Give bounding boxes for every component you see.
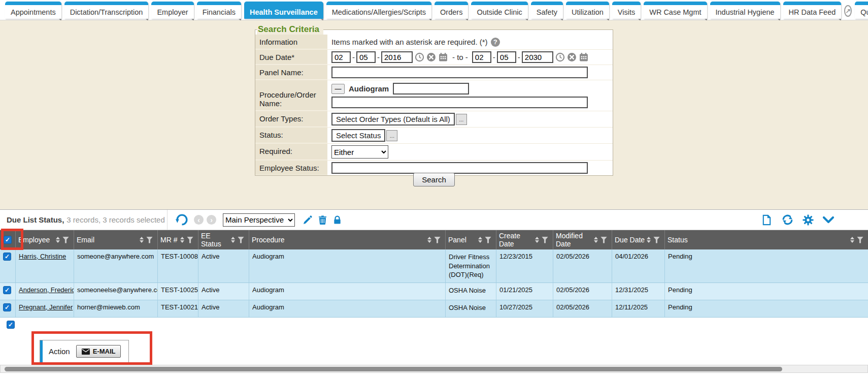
filter-funnel-icon[interactable] bbox=[187, 237, 193, 243]
settings-gear-icon[interactable] bbox=[803, 214, 814, 226]
column-header-mr[interactable]: MR # bbox=[157, 230, 198, 249]
panel-name-input[interactable] bbox=[331, 67, 588, 78]
employee-status-input[interactable] bbox=[331, 162, 588, 174]
tab-visits[interactable]: Visits bbox=[612, 2, 641, 19]
due-date-to-year-input[interactable] bbox=[522, 51, 553, 63]
sort-icon[interactable] bbox=[647, 237, 651, 243]
sort-icon[interactable] bbox=[478, 237, 482, 243]
chevron-down-icon[interactable] bbox=[822, 215, 834, 225]
cell-status: Pending bbox=[664, 283, 868, 300]
tab-medications-allergies-scripts[interactable]: Medications/Allergies/Scripts bbox=[326, 2, 431, 19]
tab-financials[interactable]: Financials bbox=[197, 2, 241, 19]
sort-icon[interactable] bbox=[427, 237, 431, 243]
tab-wr-case-mgmt[interactable]: WR Case Mgmt bbox=[644, 2, 707, 19]
clock-icon[interactable] bbox=[415, 52, 424, 62]
due-date-from-month-input[interactable] bbox=[331, 51, 351, 63]
sort-icon[interactable] bbox=[180, 237, 184, 243]
previous-icon[interactable]: ‹ bbox=[194, 215, 204, 225]
status-value[interactable]: Select Status bbox=[331, 129, 385, 142]
required-select[interactable]: Either bbox=[331, 145, 388, 159]
tab-orders[interactable]: Orders bbox=[435, 2, 468, 19]
remove-procedure-button[interactable]: — bbox=[331, 84, 345, 94]
due-date-to-month-input[interactable] bbox=[472, 51, 491, 63]
row-checkbox[interactable]: ✓ bbox=[3, 303, 11, 311]
column-header-modified_date[interactable]: Modified Date bbox=[553, 230, 612, 249]
due-date-from-year-input[interactable] bbox=[381, 51, 413, 63]
tab-utilization[interactable]: Utilization bbox=[566, 2, 609, 19]
clock-icon[interactable] bbox=[555, 52, 565, 62]
column-header-procedure[interactable]: Procedure bbox=[249, 230, 445, 249]
undo-icon[interactable] bbox=[176, 213, 188, 226]
refresh-icon[interactable] bbox=[781, 213, 794, 226]
calendar-icon[interactable] bbox=[579, 52, 589, 62]
filter-funnel-icon[interactable] bbox=[434, 237, 441, 243]
due-date-from-day-input[interactable] bbox=[356, 51, 376, 63]
select-all-bottom-checkbox[interactable]: ✓ bbox=[7, 321, 15, 329]
trash-icon[interactable] bbox=[318, 215, 327, 225]
cell-email: someoneelse@anywhere.com bbox=[74, 283, 157, 300]
clear-date-icon[interactable] bbox=[567, 52, 577, 62]
filter-funnel-icon[interactable] bbox=[238, 237, 244, 243]
employee-link[interactable]: Pregnant, Jennifer bbox=[19, 303, 73, 311]
tab-health-surveillance[interactable]: Health Surveillance bbox=[244, 2, 323, 19]
filter-funnel-icon[interactable] bbox=[485, 237, 491, 243]
tab-hr-data-feed[interactable]: HR Data Feed bbox=[783, 2, 842, 19]
row-checkbox[interactable]: ✓ bbox=[3, 286, 11, 294]
tab-outside-clinic[interactable]: Outside Clinic bbox=[471, 2, 527, 19]
edit-pencil-icon[interactable] bbox=[303, 215, 313, 225]
clear-date-icon[interactable] bbox=[426, 52, 436, 62]
tab-quality-of[interactable]: Quality of bbox=[855, 2, 868, 19]
scrollbar-thumb[interactable] bbox=[5, 367, 782, 371]
help-icon[interactable]: ? bbox=[491, 38, 500, 47]
column-header-panel[interactable]: Panel bbox=[445, 230, 496, 249]
tab-dictation-transcription[interactable]: Dictation/Transcription bbox=[64, 2, 149, 19]
tab-appointments[interactable]: Appointments bbox=[5, 2, 61, 19]
email-button[interactable]: E-MAIL bbox=[76, 345, 121, 358]
procedure-item-input[interactable] bbox=[393, 83, 469, 95]
tab-industrial-hygiene[interactable]: Industrial Hygiene bbox=[710, 2, 780, 19]
column-header-status[interactable]: Status bbox=[664, 230, 868, 249]
filter-funnel-icon[interactable] bbox=[653, 237, 660, 243]
filter-funnel-icon[interactable] bbox=[146, 237, 153, 243]
sort-icon[interactable] bbox=[231, 237, 235, 243]
action-panel: Action E-MAIL bbox=[40, 340, 129, 363]
cell-ee_status: Active bbox=[198, 283, 249, 300]
tab-label: Safety bbox=[537, 8, 557, 16]
filter-funnel-icon[interactable] bbox=[857, 237, 863, 243]
calendar-icon[interactable] bbox=[438, 52, 448, 62]
cell-due_date: 12/31/2025 bbox=[612, 283, 664, 300]
employee-link[interactable]: Harris, Christine bbox=[19, 253, 66, 260]
search-button[interactable]: Search bbox=[413, 173, 455, 186]
sort-icon[interactable] bbox=[594, 237, 598, 243]
order-types-browse-button[interactable]: ... bbox=[456, 114, 467, 125]
status-browse-button[interactable]: ... bbox=[386, 130, 397, 141]
perspective-select[interactable]: Main Perspective bbox=[223, 213, 295, 227]
filter-funnel-icon[interactable] bbox=[542, 237, 548, 243]
due-date-to-day-input[interactable] bbox=[497, 51, 516, 63]
select-all-checkbox[interactable]: ✓ bbox=[4, 236, 12, 244]
lock-icon[interactable] bbox=[332, 215, 342, 225]
column-header-employee[interactable]: Employee bbox=[15, 230, 74, 249]
filter-funnel-icon[interactable] bbox=[600, 237, 607, 243]
column-header-ee_status[interactable]: EE Status bbox=[198, 230, 249, 249]
cell-create_date: 12/23/2015 bbox=[496, 249, 553, 283]
tab-safety[interactable]: Safety bbox=[531, 2, 563, 19]
row-checkbox[interactable]: ✓ bbox=[3, 253, 11, 261]
column-header-create_date[interactable]: Create Date bbox=[496, 230, 553, 249]
tab-employer[interactable]: Employer bbox=[151, 2, 193, 19]
new-document-icon[interactable] bbox=[761, 214, 773, 226]
date-dash: - bbox=[518, 53, 520, 61]
sort-icon[interactable] bbox=[535, 237, 539, 243]
procedure-name-input[interactable] bbox=[331, 97, 588, 108]
order-types-value[interactable]: Select Order Types (Default is All) bbox=[331, 113, 455, 125]
sort-icon[interactable] bbox=[850, 237, 854, 243]
column-header-due_date[interactable]: Due Date bbox=[612, 230, 664, 249]
next-icon[interactable]: › bbox=[207, 215, 216, 225]
filter-funnel-icon[interactable] bbox=[62, 237, 69, 243]
sort-icon[interactable] bbox=[56, 237, 60, 243]
arrow-up-right-circle-icon[interactable]: ↗ bbox=[844, 5, 852, 17]
employee-link[interactable]: Anderson, Frederick bbox=[19, 286, 74, 294]
horizontal-scrollbar[interactable] bbox=[0, 365, 868, 373]
column-header-email[interactable]: Email bbox=[74, 230, 157, 249]
sort-icon[interactable] bbox=[140, 237, 144, 243]
